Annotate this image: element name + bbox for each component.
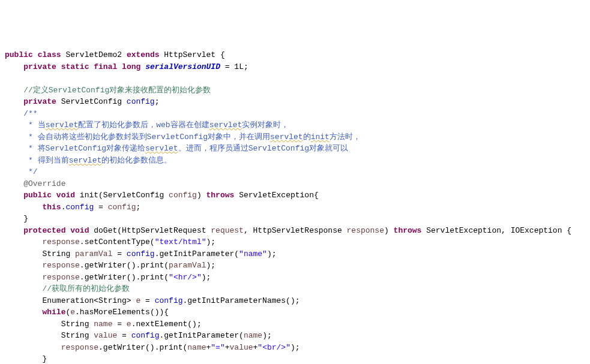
txt: ) [197, 191, 206, 200]
call: .nextElement(); [131, 320, 202, 329]
type-string: String [61, 320, 94, 329]
eq: = [112, 249, 126, 258]
kw-protected: protected [23, 226, 65, 235]
var-response: response [42, 261, 79, 270]
kw-extends: extends [127, 50, 160, 59]
var-value: value [230, 343, 253, 352]
doc-open: /** [23, 109, 37, 118]
kw-static: static [61, 62, 89, 71]
kw-private: private [23, 62, 56, 71]
var-value: value [94, 331, 117, 340]
string: "<br/>" [257, 343, 290, 352]
kw-private: private [23, 97, 56, 106]
var-name: name [187, 343, 206, 352]
txt: , HttpServletResponse [244, 226, 347, 235]
brace: } [42, 354, 47, 363]
var-name: name [94, 320, 112, 329]
txt: ) [384, 226, 394, 235]
string: "name" [239, 249, 267, 258]
string: "<hr/>" [169, 273, 202, 282]
kw-void: void [70, 226, 89, 235]
call: .getInitParameterNames(); [182, 296, 300, 305]
param-res: response [347, 226, 384, 235]
var-e: e [127, 320, 131, 329]
semi: ; [136, 203, 140, 212]
kw-throws: throws [394, 226, 422, 235]
txt: ); [202, 273, 211, 282]
field-config: config [131, 331, 160, 340]
call: .hasMoreElements()){ [75, 308, 169, 317]
type: ServletConfig [56, 97, 127, 106]
string: "=" [211, 343, 224, 352]
var-response: response [42, 273, 79, 282]
kw-long: long [122, 62, 140, 71]
line-comment: //定义ServletConfig对象来接收配置的初始化参数 [23, 86, 211, 95]
doc-l3: * 将ServletConfig对象传递给servlet。进而，程序员通过Ser… [23, 144, 348, 153]
class-name: ServletDemo2 [65, 50, 122, 59]
kw-public: public [5, 50, 33, 59]
type-string: String [61, 331, 94, 340]
kw-while: while [42, 308, 65, 317]
kw-public: public [23, 191, 52, 200]
txt: ); [262, 331, 272, 340]
exc: ServletException{ [234, 191, 318, 200]
var-name: name [244, 331, 262, 340]
call: .getInitParameter( [155, 249, 239, 258]
doc-l2: * 会自动将这些初始化参数封装到ServletConfig对象中，并在调用ser… [23, 133, 361, 142]
doc-l1: * 当servlet配置了初始化参数后，web容器在创建servlet实例对象时… [23, 121, 289, 130]
brace: } [23, 214, 28, 223]
txt: ); [267, 249, 277, 258]
field-config: config [127, 249, 155, 258]
param-config: config [108, 203, 136, 212]
txt: = 1L; [220, 62, 248, 71]
param-req: request [211, 226, 244, 235]
eq: = [94, 203, 107, 212]
supertype: HttpServlet { [164, 50, 224, 59]
call: .getWriter().print( [80, 273, 169, 282]
code-block: public class ServletDemo2 extends HttpSe… [5, 49, 585, 364]
plus: + [225, 343, 230, 352]
var-response: response [42, 237, 79, 246]
field-config: config [127, 97, 155, 106]
var-paramval: paramVal [169, 261, 206, 270]
type-string: String [42, 249, 75, 258]
txt: ); [206, 261, 216, 270]
field-config: config [155, 296, 183, 305]
annotation-override: @Override [23, 179, 65, 188]
call: .getWriter().print( [98, 343, 187, 352]
kw-final: final [94, 62, 117, 71]
kw-class: class [38, 50, 61, 59]
doc-close: */ [23, 167, 37, 176]
field-config: config [65, 203, 94, 212]
type-enum: Enumeration<String> [42, 296, 136, 305]
eq: = [117, 331, 131, 340]
txt: ); [206, 237, 216, 246]
call: .getWriter().print( [80, 261, 169, 270]
field-serialversion: serialVersionUID [145, 62, 220, 71]
txt: ); [290, 343, 300, 352]
semi: ; [155, 97, 160, 106]
method-init: init(ServletConfig [75, 191, 169, 200]
var-response: response [61, 343, 98, 352]
method-doget: doGet(HttpServletRequest [89, 226, 211, 235]
param-config: config [169, 191, 197, 200]
eq: = [140, 296, 154, 305]
doc-l4: * 得到当前servlet的初始化参数信息。 [23, 156, 172, 165]
call: .setContentType( [80, 237, 155, 246]
exc: ServletException, IOException { [421, 226, 571, 235]
kw-void: void [56, 191, 75, 200]
kw-this: this [42, 203, 61, 212]
line-comment: //获取所有的初始化参数 [42, 284, 130, 293]
eq: = [112, 320, 126, 329]
var-paramval: paramVal [75, 249, 112, 258]
kw-throws: throws [206, 191, 235, 200]
var-e: e [70, 308, 75, 317]
string: "text/html" [155, 237, 206, 246]
call: .getInitParameter( [159, 331, 243, 340]
